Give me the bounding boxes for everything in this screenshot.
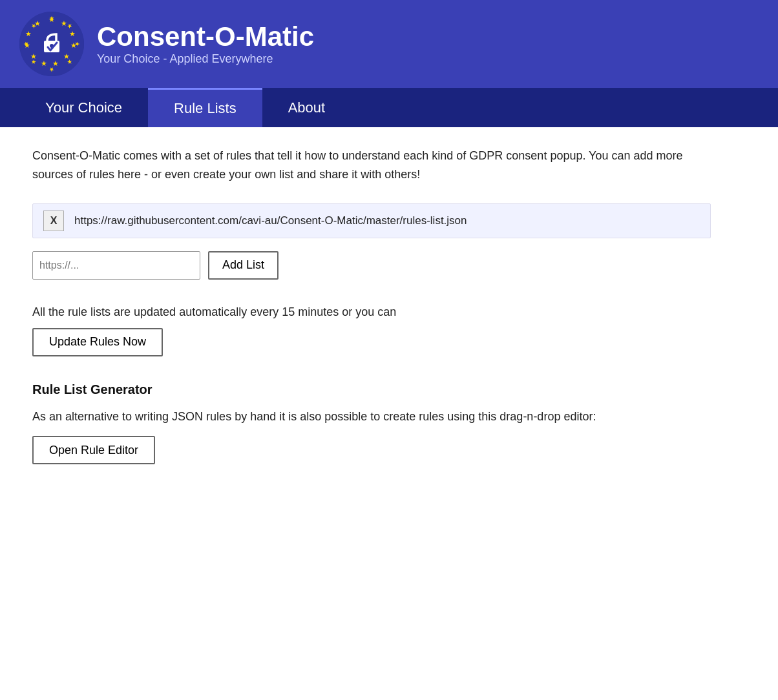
rule-list-url: https://raw.githubusercontent.com/cavi-a… [74, 214, 467, 227]
svg-text:★: ★ [25, 30, 32, 37]
eu-logo-svg: ★ ★ ★ ★ ★ ★ ★ ★ ★ ★ ★ [19, 12, 84, 76]
page-description: Consent-O-Matic comes with a set of rule… [32, 147, 711, 184]
navigation: Your Choice Rule Lists About [0, 88, 778, 127]
generator-section: Rule List Generator As an alternative to… [32, 382, 711, 465]
add-list-button[interactable]: Add List [208, 251, 279, 280]
generator-description: As an alternative to writing JSON rules … [32, 407, 711, 426]
header-text: Consent-O-Matic Your Choice - Applied Ev… [97, 22, 314, 65]
url-input[interactable] [32, 251, 200, 280]
header: ★ ★ ★ ★ ★ ★ ★ ★ ★ ★ ★ Consent-O-Matic Yo… [0, 0, 778, 88]
svg-text:★: ★ [34, 19, 41, 27]
svg-text:★: ★ [52, 59, 59, 67]
logo: ★ ★ ★ ★ ★ ★ ★ ★ ★ ★ ★ [19, 12, 84, 76]
add-list-row: Add List [32, 251, 711, 280]
generator-title: Rule List Generator [32, 382, 711, 397]
svg-text:★: ★ [30, 52, 37, 60]
tab-about[interactable]: About [262, 88, 352, 127]
open-editor-button[interactable]: Open Rule Editor [32, 436, 155, 464]
svg-text:★: ★ [41, 59, 47, 67]
tab-your-choice[interactable]: Your Choice [19, 88, 148, 127]
update-section: All the rule lists are updated automatic… [32, 305, 711, 356]
svg-text:★: ★ [69, 30, 76, 37]
tab-rule-lists[interactable]: Rule Lists [148, 88, 262, 127]
rule-list-item: X https://raw.githubusercontent.com/cavi… [32, 203, 711, 238]
svg-text:★: ★ [48, 15, 55, 23]
svg-text:★: ★ [24, 41, 30, 49]
app-title: Consent-O-Matic [97, 22, 314, 52]
remove-rule-button[interactable]: X [43, 211, 64, 231]
update-text: All the rule lists are updated automatic… [32, 305, 711, 319]
update-rules-button[interactable]: Update Rules Now [32, 328, 163, 356]
svg-text:★: ★ [61, 19, 67, 27]
app-subtitle: Your Choice - Applied Everywhere [97, 52, 314, 66]
svg-text:★: ★ [70, 41, 77, 49]
svg-text:★: ★ [63, 52, 70, 60]
main-content: Consent-O-Matic comes with a set of rule… [0, 127, 743, 497]
